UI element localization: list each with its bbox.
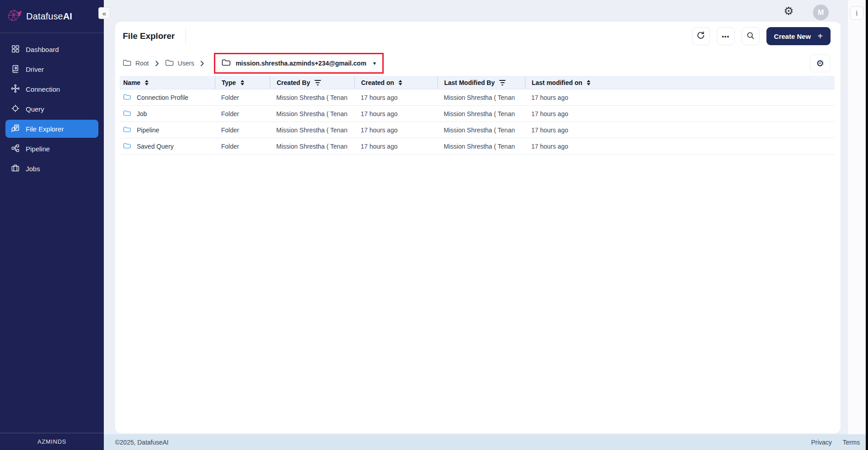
breadcrumb: Root Users bbox=[123, 52, 831, 74]
gear-icon: ⚙ bbox=[816, 59, 824, 68]
sort-icon bbox=[587, 80, 590, 85]
cell-type: Folder bbox=[215, 127, 270, 134]
folder-icon bbox=[123, 110, 131, 118]
sidebar-nav: Dashboard Driver bbox=[0, 33, 104, 178]
column-header-last-modified-by[interactable]: Last Modified By bbox=[437, 76, 525, 89]
table-row[interactable]: Pipeline Folder Mission Shrestha ( Tenan… bbox=[120, 122, 835, 138]
create-new-button[interactable]: Create New + bbox=[766, 27, 831, 45]
column-label: Created on bbox=[361, 79, 394, 86]
info-icon: i bbox=[856, 9, 858, 17]
terms-link[interactable]: Terms bbox=[843, 439, 860, 446]
file-table: Name Type Created By Created on Last Mod… bbox=[120, 76, 835, 155]
create-new-label: Create New bbox=[774, 33, 811, 40]
sidebar-org-label: AZMINDS bbox=[0, 433, 104, 450]
privacy-link[interactable]: Privacy bbox=[811, 439, 832, 446]
column-header-created-by[interactable]: Created By bbox=[270, 76, 354, 89]
column-label: Created By bbox=[277, 79, 310, 86]
info-button[interactable]: i bbox=[850, 6, 863, 20]
divider bbox=[186, 28, 186, 44]
chevron-down-icon: ▾ bbox=[373, 60, 376, 66]
sidebar: DatafuseAI Dashboard bbox=[0, 0, 104, 450]
sidebar-item-label: Connection bbox=[26, 85, 60, 93]
settings-gear-icon[interactable]: ⚙ bbox=[784, 5, 794, 17]
breadcrumb-current-label: mission.shrestha.azminds+234@gmail.com bbox=[236, 60, 366, 67]
sidebar-item-dashboard[interactable]: Dashboard bbox=[5, 40, 98, 58]
cell-created-on: 17 hours ago bbox=[354, 143, 437, 150]
breadcrumb-item-root[interactable]: Root bbox=[123, 59, 149, 68]
chevron-right-icon bbox=[155, 61, 159, 66]
sort-icon bbox=[145, 80, 149, 85]
folder-icon bbox=[123, 59, 131, 68]
search-button[interactable] bbox=[742, 27, 760, 45]
column-label: Last Modified By bbox=[444, 79, 495, 86]
cell-created-by: Mission Shrestha ( Tenan bbox=[270, 127, 354, 134]
column-header-last-modified-on[interactable]: Last modified on bbox=[525, 76, 835, 89]
cell-last-modified-by: Mission Shrestha ( Tenan bbox=[437, 127, 525, 134]
cell-name: Connection Profile bbox=[120, 94, 215, 102]
folder-icon bbox=[123, 126, 131, 134]
sidebar-item-label: Dashboard bbox=[26, 46, 59, 53]
pipeline-nodes-icon bbox=[11, 144, 20, 154]
sidebar-collapse-button[interactable]: « bbox=[98, 7, 110, 19]
driver-icon bbox=[11, 64, 20, 75]
more-actions-button[interactable]: ••• bbox=[717, 27, 735, 45]
breadcrumb-label: Users bbox=[178, 60, 195, 67]
cell-last-modified-on: 17 hours ago bbox=[525, 110, 835, 117]
cell-last-modified-on: 17 hours ago bbox=[525, 127, 835, 134]
breadcrumb-label: Root bbox=[135, 60, 149, 67]
table-header-row: Name Type Created By Created on Last Mod… bbox=[120, 76, 835, 89]
chevron-double-left-icon: « bbox=[102, 9, 106, 17]
footer: ©2025, DatafuseAI Privacy Terms bbox=[104, 434, 868, 450]
footer-links: Privacy Terms bbox=[811, 439, 860, 446]
column-header-name[interactable]: Name bbox=[120, 76, 215, 89]
cell-type: Folder bbox=[215, 143, 270, 150]
sort-icon bbox=[399, 80, 402, 85]
brand-logo-icon bbox=[6, 9, 22, 24]
file-name: Saved Query bbox=[137, 143, 174, 150]
sidebar-item-label: Driver bbox=[26, 66, 44, 73]
panel-header: File Explorer ••• bbox=[123, 27, 831, 45]
sidebar-item-file-explorer[interactable]: File Explorer bbox=[5, 120, 98, 138]
sidebar-item-label: File Explorer bbox=[26, 125, 64, 133]
cell-created-on: 17 hours ago bbox=[354, 110, 437, 117]
avatar-initial: M bbox=[818, 9, 824, 17]
refresh-icon bbox=[696, 31, 705, 41]
plus-icon: + bbox=[817, 31, 823, 42]
folder-icon bbox=[123, 142, 131, 150]
folder-icon bbox=[123, 94, 131, 102]
page-title: File Explorer bbox=[123, 31, 175, 41]
column-label: Name bbox=[123, 79, 140, 86]
filter-icon bbox=[315, 80, 321, 85]
app-root: DatafuseAI Dashboard bbox=[0, 0, 868, 450]
cell-last-modified-by: Mission Shrestha ( Tenan bbox=[437, 94, 525, 101]
column-header-created-on[interactable]: Created on bbox=[354, 76, 437, 89]
cell-last-modified-by: Mission Shrestha ( Tenan bbox=[437, 143, 525, 150]
right-rail: i bbox=[847, 0, 866, 434]
search-icon bbox=[746, 31, 755, 41]
sidebar-item-driver[interactable]: Driver bbox=[5, 60, 98, 78]
sidebar-item-pipeline[interactable]: Pipeline bbox=[5, 140, 98, 158]
avatar[interactable]: M bbox=[813, 5, 829, 20]
file-explorer-panel: File Explorer ••• bbox=[115, 22, 840, 433]
cell-last-modified-on: 17 hours ago bbox=[525, 94, 835, 101]
cell-created-by: Mission Shrestha ( Tenan bbox=[270, 94, 354, 101]
file-name: Job bbox=[137, 110, 147, 117]
column-header-type[interactable]: Type bbox=[215, 76, 270, 89]
cell-name: Job bbox=[120, 110, 215, 118]
column-settings-button[interactable]: ⚙ bbox=[810, 54, 831, 72]
breadcrumb-current-folder-dropdown[interactable]: mission.shrestha.azminds+234@gmail.com ▾ bbox=[214, 53, 384, 74]
connection-nodes-icon bbox=[11, 84, 20, 94]
refresh-button[interactable] bbox=[692, 27, 710, 45]
sidebar-item-connection[interactable]: Connection bbox=[5, 80, 98, 98]
table-row[interactable]: Saved Query Folder Mission Shrestha ( Te… bbox=[120, 138, 835, 155]
table-row[interactable]: Connection Profile Folder Mission Shrest… bbox=[120, 89, 835, 106]
column-label: Last modified on bbox=[532, 79, 582, 86]
sort-icon bbox=[241, 80, 244, 85]
cell-created-by: Mission Shrestha ( Tenan bbox=[270, 110, 354, 117]
breadcrumb-item-users[interactable]: Users bbox=[165, 59, 195, 68]
sidebar-item-query[interactable]: Query bbox=[5, 100, 98, 118]
file-name: Pipeline bbox=[137, 127, 159, 134]
sidebar-item-jobs[interactable]: Jobs bbox=[5, 159, 98, 178]
file-name: Connection Profile bbox=[137, 94, 188, 101]
table-row[interactable]: Job Folder Mission Shrestha ( Tenan 17 h… bbox=[120, 106, 835, 122]
